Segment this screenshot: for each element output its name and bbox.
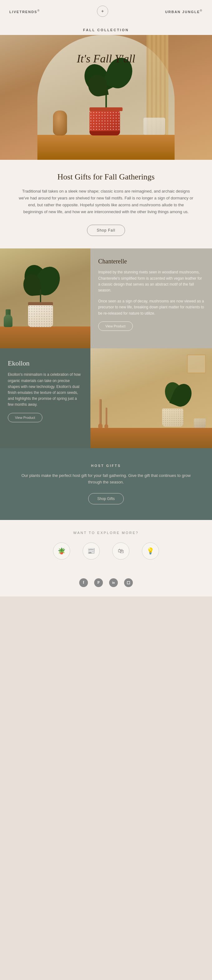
product2-text: Ekollon Ekollon's minimalism is a celebr… bbox=[0, 348, 90, 448]
hero-plant bbox=[90, 79, 122, 135]
logo-left: LIVETRENDS® bbox=[9, 9, 40, 14]
green-vase-base bbox=[4, 315, 13, 327]
product1-image bbox=[0, 248, 90, 348]
product2-cta-button[interactable]: View Product bbox=[8, 413, 43, 422]
intro-body: Traditional fall takes on a sleek new sh… bbox=[19, 188, 193, 215]
section-label-fall: FALL COLLECTION bbox=[0, 22, 212, 35]
social-footer: f P in ◻ bbox=[0, 574, 212, 597]
header: LIVETRENDS® ✦ URBAN JUNGLE® bbox=[0, 0, 212, 22]
product1-name: Chanterelle bbox=[98, 258, 204, 265]
product1-cta-button[interactable]: View Product bbox=[98, 321, 133, 331]
product1-pot bbox=[22, 265, 59, 327]
explore-icon-bulb[interactable]: 💡 bbox=[142, 542, 159, 560]
product2-desc: Ekollon's minimalism is a celebration of… bbox=[8, 372, 82, 407]
plant-icon: 🪴 bbox=[53, 542, 70, 560]
explore-icon-gift[interactable]: 🛍 bbox=[112, 542, 130, 560]
product1-text: Chanterelle Inspired by the stunning riv… bbox=[90, 248, 212, 348]
product2-name: Ekollon bbox=[8, 359, 82, 368]
wall-art bbox=[187, 355, 206, 373]
product2-section: Ekollon Ekollon's minimalism is a celebr… bbox=[0, 348, 212, 448]
facebook-icon[interactable]: f bbox=[79, 578, 88, 587]
bulb-icon: 💡 bbox=[142, 542, 159, 560]
product2-pot-group bbox=[162, 382, 206, 428]
card-icon: 📰 bbox=[82, 542, 100, 560]
intro-section: Host Gifts for Fall Gatherings Tradition… bbox=[0, 160, 212, 248]
product2-image bbox=[90, 348, 212, 448]
product1-desc1: Inspired by the stunning rivets seen in … bbox=[98, 269, 204, 293]
explore-icon-card[interactable]: 📰 bbox=[82, 542, 100, 560]
host-gifts-section: HOST GIFTS Our plants make the perfect h… bbox=[0, 448, 212, 520]
shop-fall-button[interactable]: Shop Fall bbox=[87, 225, 125, 236]
candlestick2 bbox=[104, 407, 108, 428]
wood-shelf-hero bbox=[37, 135, 175, 160]
product1-desc2: Once seen as a sign of decay, mushrooms … bbox=[98, 298, 204, 317]
explore-icon-plant[interactable]: 🪴 bbox=[53, 542, 70, 560]
vase-decoration bbox=[53, 110, 67, 135]
intro-heading: Host Gifts for Fall Gatherings bbox=[19, 172, 193, 181]
host-gifts-body: Our plants make the perfect host gift fo… bbox=[19, 473, 193, 486]
product2-shelf bbox=[90, 428, 212, 448]
hero-title: It's Fall Y'all bbox=[0, 52, 212, 65]
host-gifts-label: HOST GIFTS bbox=[19, 464, 193, 468]
email-wrapper: LIVETRENDS® ✦ URBAN JUNGLE® FALL COLLECT… bbox=[0, 0, 212, 597]
gift-bag-icon: 🛍 bbox=[112, 542, 130, 560]
shop-gifts-button[interactable]: Shop Gifts bbox=[88, 493, 124, 504]
instagram-icon[interactable]: ◻ bbox=[124, 578, 133, 587]
pinterest-icon[interactable]: P bbox=[94, 578, 103, 587]
explore-icons-row: 🪴 📰 🛍 💡 bbox=[9, 542, 203, 560]
explore-label: WANT TO EXPLORE MORE? bbox=[9, 531, 203, 535]
product1-section: Chanterelle Inspired by the stunning riv… bbox=[0, 248, 212, 348]
header-center-icon: ✦ bbox=[97, 6, 108, 17]
logo-right: URBAN JUNGLE® bbox=[165, 9, 203, 14]
fabric-prop bbox=[143, 118, 165, 135]
social-icons-row: f P in ◻ bbox=[0, 578, 212, 587]
product1-shelf bbox=[0, 326, 90, 348]
candlestick1 bbox=[98, 399, 103, 428]
hero-image: It's Fall Y'all bbox=[0, 35, 212, 160]
linkedin-icon[interactable]: in bbox=[109, 578, 118, 587]
explore-section: WANT TO EXPLORE MORE? 🪴 📰 🛍 💡 bbox=[0, 520, 212, 574]
